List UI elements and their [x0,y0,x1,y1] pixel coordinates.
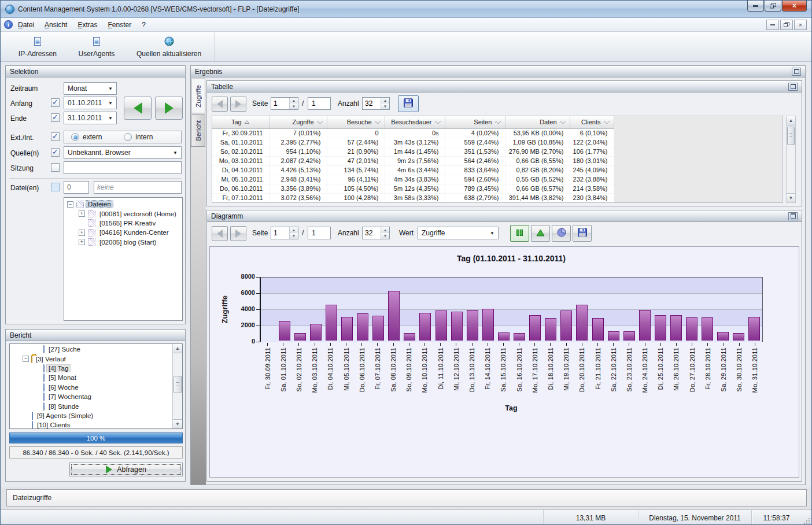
scrollbar-thumb[interactable] [787,127,795,145]
tree-node[interactable]: [01565] PR-Kreativ [64,219,182,228]
pie-chart-button[interactable] [552,225,571,242]
column-header-tag[interactable]: Tag [212,116,269,128]
table-row[interactable]: Mi, 05.10.20112.948 (3,41%)96 (4,11%)4m … [212,175,614,184]
expand-icon[interactable]: + [79,239,85,245]
zeitraum-select[interactable]: Monat▼ [64,82,117,95]
table-row[interactable]: Mo, 03.10.20112.087 (2,42%)47 (2,01%)9m … [212,156,614,165]
expand-icon[interactable]: + [79,230,85,236]
bericht-tree-node[interactable]: [6] Woche [10,383,172,392]
anfang-date-select[interactable]: 01.10.2011▼ [64,97,117,109]
chart-prev-page-button[interactable] [212,226,228,241]
chart-page-spinner[interactable]: ▲▼ [271,227,298,239]
sitzung-input[interactable] [64,161,182,174]
datei-count-input[interactable] [64,181,89,194]
menu-item-ansicht[interactable]: Ansicht [40,19,72,31]
spinner-buttons[interactable]: ▲▼ [381,98,389,109]
bericht-tree-node[interactable]: [5] Monat [10,373,172,382]
column-header-seiten[interactable]: Seiten [445,116,505,128]
menu-item-?[interactable]: ? [137,19,150,31]
table-page-input[interactable] [271,98,289,109]
abfragen-button[interactable]: Abfragen [69,463,183,476]
spinner-buttons[interactable]: ▲▼ [289,98,298,109]
intern-radio[interactable] [124,133,132,141]
spinner-buttons[interactable]: ▲▼ [289,227,298,239]
chart-next-page-button[interactable] [230,226,246,241]
table-anzahl-spinner[interactable]: ▲▼ [362,97,390,110]
table-row[interactable]: Do, 06.10.20113.356 (3,89%)105 (4,50%)5m… [212,184,614,193]
minimize-button[interactable] [747,1,764,12]
column-header-daten[interactable]: Daten [505,116,570,128]
scroll-down-icon[interactable]: ▼ [173,419,182,428]
bericht-tree-node[interactable]: −[3] Verlauf [10,354,172,363]
chart-page-input[interactable] [271,227,289,239]
anfang-checkbox[interactable] [51,98,60,107]
mdi-minimize-button[interactable] [766,20,779,30]
table-next-page-button[interactable] [230,97,246,112]
ergebnis-maximize-button[interactable] [792,68,801,76]
tree-node[interactable]: +[04616] Kunden-Center [64,228,182,237]
extern-radio[interactable] [71,133,79,141]
tree-node[interactable]: +[00081] vectorsoft (Home) [64,209,182,218]
ende-checkbox[interactable] [51,113,60,122]
mdi-close-button[interactable]: × [794,20,807,30]
table-row[interactable]: Di, 04.10.20114.426 (5,13%)134 (5,74%)4m… [212,165,614,175]
collapse-icon[interactable]: − [23,356,29,362]
column-header-besuchsdauer[interactable]: Besuchsdauer [385,116,445,128]
ende-date-select[interactable]: 31.10.2011▼ [64,112,117,124]
tabelle-maximize-button[interactable] [788,83,798,91]
close-button[interactable]: × [782,1,807,12]
toolbar-button-useragents[interactable]: UserAgents [73,35,121,60]
next-period-button[interactable] [155,97,183,120]
tab-bericht[interactable]: Bericht [191,114,205,147]
chart-anzahl-spinner[interactable]: ▲▼ [362,227,390,239]
table-save-button[interactable] [398,95,419,112]
diagramm-maximize-button[interactable] [788,212,798,220]
bar-chart-button[interactable] [510,225,529,242]
column-header-clients[interactable]: Clients [570,116,614,128]
table-page-spinner[interactable]: ▲▼ [271,97,298,110]
maximize-button[interactable] [765,1,781,12]
expand-icon[interactable]: + [79,210,85,217]
bericht-tree-node[interactable]: [7] Wochentag [10,392,172,401]
scroll-up-icon[interactable]: ▲ [173,344,182,353]
area-chart-button[interactable] [531,225,550,242]
info-icon[interactable]: i [4,20,13,29]
mdi-document-item[interactable]: Dateizugriffe [6,489,807,506]
table-row[interactable]: Fr, 30.09.20117 (0,01%)00s4 (0,02%)53,95… [212,128,614,138]
bericht-tree-node[interactable]: [9] Agents (Simple) [10,411,172,420]
mdi-restore-button[interactable] [780,20,793,30]
resize-grip[interactable] [803,517,811,525]
chart-anzahl-input[interactable] [363,227,381,239]
save-chart-button[interactable] [573,225,592,242]
column-header-zugriffe[interactable]: Zugriffe [269,116,327,128]
menu-item-datei[interactable]: Datei [13,19,39,31]
quelle-select[interactable]: Unbekannt, Browser▼ [64,146,182,159]
collapse-icon[interactable]: − [67,201,73,208]
wert-select[interactable]: Zugriffe▼ [418,227,499,239]
bericht-tree-scrollbar[interactable]: ▲ ▼ [172,344,182,428]
table-prev-page-button[interactable] [212,97,228,112]
bericht-tree-node[interactable]: [4] Tag [10,364,172,373]
spinner-buttons[interactable]: ▲▼ [381,227,389,239]
tree-node[interactable]: +[02005] blog (Start) [64,238,182,247]
previous-period-button[interactable] [124,97,152,120]
scroll-down-icon[interactable]: ▼ [787,193,795,202]
bericht-tree-node[interactable]: [10] Clients [10,420,172,429]
column-header-besuche[interactable]: Besuche [327,116,385,128]
toolbar-button-quellen-aktualisieren[interactable]: Quellen aktualisieren [131,35,207,60]
sitzung-checkbox[interactable] [51,163,60,172]
scroll-up-icon[interactable]: ▲ [787,116,795,125]
scrollbar-thumb[interactable] [174,376,182,393]
tab-zugriffe[interactable]: Zugriffe [191,79,205,113]
table-scrollbar[interactable]: ▲ ▼ [786,116,796,203]
table-row[interactable]: So, 02.10.2011954 (1,10%)21 (0,90%)1m 44… [212,147,614,156]
datei-checkbox[interactable] [51,183,60,191]
datei-filter-input[interactable] [94,181,182,194]
quelle-checkbox[interactable] [51,148,60,157]
menu-item-extras[interactable]: Extras [73,19,102,31]
toolbar-button-ip-adressen[interactable]: IP-Adressen [13,35,62,60]
bericht-tree-node[interactable]: [27] Suche [10,345,172,354]
extint-checkbox[interactable] [51,132,60,141]
bericht-tree-node[interactable]: [8] Stunde [10,401,172,411]
table-anzahl-input[interactable] [363,98,381,109]
